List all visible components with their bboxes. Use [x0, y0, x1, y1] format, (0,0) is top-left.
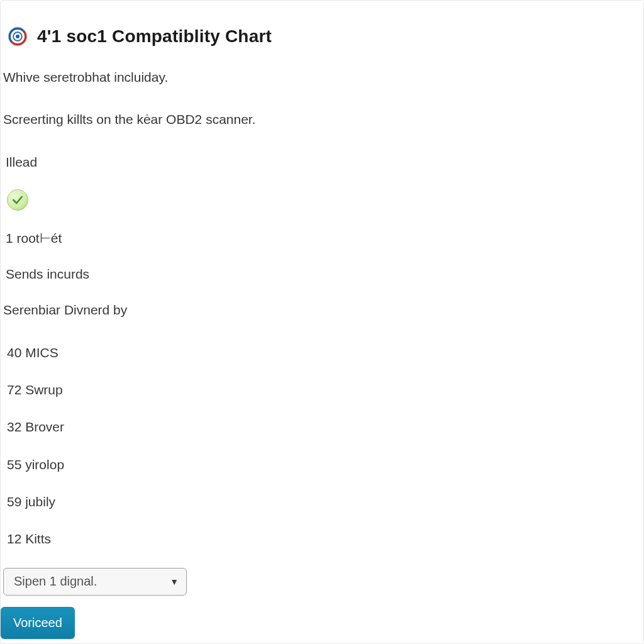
list-item: 55 yirolop: [4, 456, 643, 473]
list-item: 72 Swrup: [4, 381, 643, 398]
page-title: 4'1 soc1 Compatiblity Chart: [37, 26, 272, 47]
compatibility-page: 4'1 soc1 Compatiblity Chart Whive seretr…: [0, 0, 644, 644]
status-label: Illead: [1, 153, 643, 170]
check-icon: [7, 189, 28, 211]
signal-select-row: Sipen 1 dignal. ▼: [1, 568, 643, 596]
item-sends: Sends incurds: [1, 265, 643, 282]
chevron-down-icon: ▼: [170, 577, 179, 587]
list-item: 12 Kitts: [4, 530, 643, 547]
intro-line-2: Screerting killts on the kėar OBD2 scann…: [1, 111, 643, 128]
action-row: Voriceed: [1, 607, 643, 639]
page-header: 4'1 soc1 Compatiblity Chart: [1, 26, 643, 47]
signal-select[interactable]: Sipen 1 dignal. ▼: [3, 568, 187, 596]
list-item: 40 MICS: [4, 344, 643, 361]
item-root: 1 root⊢ét: [1, 230, 643, 247]
signal-select-value: Sipen 1 dignal.: [14, 574, 97, 589]
svg-point-4: [16, 35, 19, 38]
intro-line-1: Whive seretrobhat incluiday.: [1, 69, 643, 86]
status-indicator: [1, 189, 643, 211]
list-item: 59 jubily: [4, 493, 643, 510]
value-list: 40 MICS 72 Swrup 32 Brover 55 yirolop 59…: [1, 344, 643, 548]
app-logo-icon: [7, 26, 28, 47]
item-serenbiar: Serenbiar Divnerd by: [1, 301, 643, 318]
list-item: 32 Brover: [4, 418, 643, 435]
proceed-button[interactable]: Voriceed: [1, 607, 75, 639]
